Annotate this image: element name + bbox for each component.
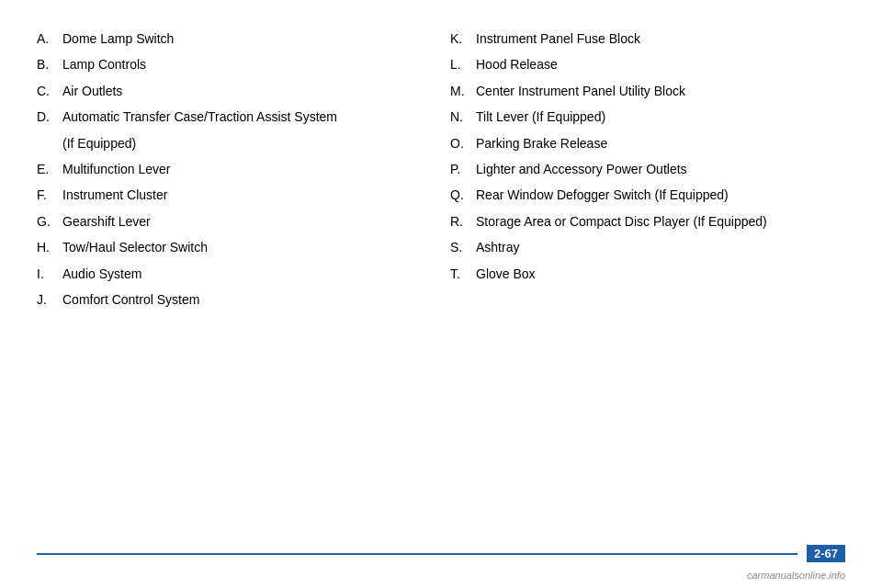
item-text: Air Outlets [62, 81, 432, 101]
bottom-bar: 2-67 [0, 545, 882, 562]
list-item: S.Ashtray [450, 236, 845, 258]
item-text: Dome Lamp Switch [62, 28, 432, 49]
list-item-sub: (If Equipped) [37, 132, 432, 154]
item-label: E. [37, 159, 62, 179]
list-item: A.Dome Lamp Switch [37, 28, 432, 50]
item-text: Audio System [62, 264, 432, 284]
list-item: T.Glove Box [450, 263, 845, 285]
list-item: L.Hood Release [450, 53, 845, 75]
item-text: Gearshift Lever [62, 211, 432, 232]
item-text: Parking Brake Release [476, 133, 845, 153]
item-label: N. [450, 107, 476, 127]
item-text: Instrument Panel Fuse Block [476, 28, 845, 49]
list-item: K.Instrument Panel Fuse Block [450, 28, 845, 50]
list-item: E.Multifunction Lever [37, 158, 432, 180]
item-label: G. [37, 211, 62, 232]
list-item: H.Tow/Haul Selector Switch [37, 236, 432, 258]
item-label: H. [37, 237, 62, 257]
item-label: B. [37, 54, 62, 74]
list-item: M.Center Instrument Panel Utility Block [450, 80, 845, 102]
right-column: K.Instrument Panel Fuse BlockL.Hood Rele… [450, 28, 845, 311]
list-item: C.Air Outlets [37, 80, 432, 102]
list-item: I.Audio System [37, 263, 432, 285]
item-text: Storage Area or Compact Disc Player (If … [476, 211, 845, 232]
item-text: Hood Release [476, 54, 845, 74]
item-text: Lamp Controls [62, 54, 432, 74]
sub-text: (If Equipped) [37, 133, 136, 153]
item-text: Center Instrument Panel Utility Block [476, 81, 845, 101]
page-number: 2-67 [807, 545, 845, 562]
item-label: T. [450, 264, 476, 284]
item-label: C. [37, 81, 62, 101]
item-label: D. [37, 107, 62, 127]
list-item: O.Parking Brake Release [450, 132, 845, 154]
item-text: Lighter and Accessory Power Outlets [476, 159, 845, 179]
item-label: R. [450, 211, 476, 232]
left-column: A.Dome Lamp SwitchB.Lamp ControlsC.Air O… [37, 28, 432, 311]
page-container: A.Dome Lamp SwitchB.Lamp ControlsC.Air O… [0, 0, 882, 588]
list-item: D.Automatic Transfer Case/Traction Assis… [37, 106, 432, 128]
item-label: I. [37, 264, 62, 284]
item-text: Rear Window Defogger Switch (If Equipped… [476, 185, 845, 205]
list-item: P.Lighter and Accessory Power Outlets [450, 158, 845, 180]
item-text: Comfort Control System [62, 289, 432, 310]
list-item: G.Gearshift Lever [37, 210, 432, 232]
blue-line-divider [37, 553, 797, 555]
item-text: Instrument Cluster [62, 185, 432, 205]
item-label: S. [450, 237, 476, 257]
item-label: P. [450, 159, 476, 179]
list-item: N.Tilt Lever (If Equipped) [450, 106, 845, 128]
list-item: F.Instrument Cluster [37, 184, 432, 206]
list-item: B.Lamp Controls [37, 53, 432, 75]
item-label: Q. [450, 185, 476, 205]
item-label: L. [450, 54, 476, 74]
item-text: Tilt Lever (If Equipped) [476, 107, 845, 127]
watermark: carmanualsonline.info [747, 570, 845, 581]
content-area: A.Dome Lamp SwitchB.Lamp ControlsC.Air O… [37, 28, 845, 311]
item-text: Ashtray [476, 237, 845, 257]
item-label: J. [37, 289, 62, 310]
item-text: Glove Box [476, 264, 845, 284]
item-text: Tow/Haul Selector Switch [62, 237, 432, 257]
item-label: A. [37, 28, 62, 49]
list-item: J.Comfort Control System [37, 288, 432, 311]
item-text: Multifunction Lever [62, 159, 432, 179]
item-label: F. [37, 185, 62, 205]
list-item: Q.Rear Window Defogger Switch (If Equipp… [450, 184, 845, 206]
item-label: K. [450, 28, 476, 49]
item-label: O. [450, 133, 476, 153]
item-label: M. [450, 81, 476, 101]
item-text: Automatic Transfer Case/Traction Assist … [62, 107, 432, 127]
list-item: R.Storage Area or Compact Disc Player (I… [450, 210, 845, 232]
